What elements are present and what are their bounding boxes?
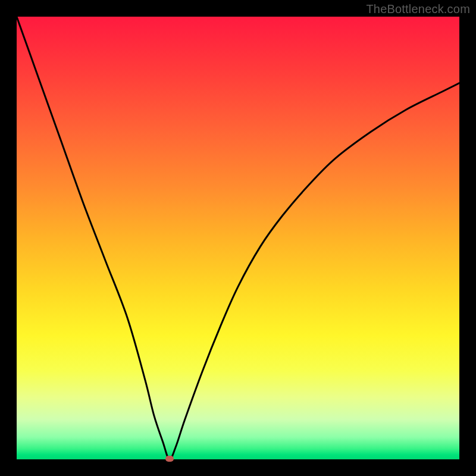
watermark-text: TheBottleneck.com	[366, 2, 470, 16]
plot-area	[17, 17, 459, 459]
chart-frame: TheBottleneck.com	[0, 0, 476, 476]
minimum-marker	[165, 456, 174, 462]
plot-svg	[17, 17, 459, 459]
gradient-background	[17, 17, 459, 459]
